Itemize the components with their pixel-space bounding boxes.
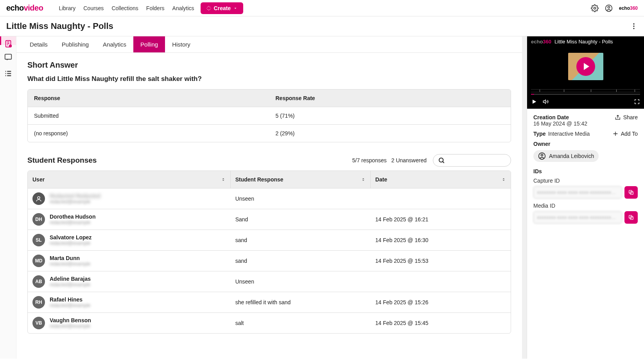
- owner-avatar-icon: [538, 152, 546, 160]
- svg-point-11: [38, 197, 40, 199]
- list-icon[interactable]: [4, 69, 13, 78]
- col-response[interactable]: Student Response: [231, 171, 371, 188]
- creation-value: 16 May 2024 @ 15:42: [533, 120, 587, 127]
- table-row: Redacted Redactedredacted@exampleUnseen: [28, 188, 511, 209]
- user-name: Vaughn Benson: [50, 317, 91, 323]
- user-name: Dorothea Hudson: [50, 214, 95, 220]
- fullscreen-icon[interactable]: [634, 99, 640, 105]
- user-cell: SLSalvatore Lopezredacted@example: [28, 230, 231, 250]
- date-cell: 14 Feb 2025 @ 16:30: [371, 230, 511, 250]
- progress-bar[interactable]: [531, 94, 640, 95]
- user-email: redacted@example: [50, 261, 90, 267]
- tab-polling[interactable]: Polling: [133, 36, 165, 52]
- discussion-icon[interactable]: [4, 53, 13, 61]
- media-id-field: xxxxxxxx-xxxx-xxxx-xxxx-xxxxxxxxx…: [533, 211, 638, 224]
- stats-responses: 5/7 responses: [352, 157, 387, 163]
- volume-icon[interactable]: [543, 99, 549, 105]
- user-name-redacted: Redacted Redacted: [50, 193, 100, 199]
- user-cell: ABAdeline Barajasredacted@example: [28, 271, 231, 292]
- share-button[interactable]: Share: [615, 114, 638, 120]
- user-email: redacted@example: [50, 220, 95, 225]
- more-menu-icon[interactable]: [630, 22, 638, 30]
- poll-question: What did Little Miss Naughty refill the …: [27, 75, 511, 83]
- play-button[interactable]: [576, 57, 595, 76]
- copy-capture-button[interactable]: [624, 186, 638, 199]
- user-info: Redacted Redactedredacted@example: [50, 193, 100, 205]
- user-info: Rafael Hinesredacted@example: [50, 296, 90, 308]
- logo[interactable]: echovideo: [6, 4, 43, 13]
- media-label: Media ID: [533, 203, 638, 209]
- play-control-icon[interactable]: [531, 99, 537, 105]
- sparkle-icon: [206, 5, 212, 11]
- tab-details[interactable]: Details: [23, 36, 55, 52]
- brand360[interactable]: echo360: [619, 5, 638, 11]
- main-layout: ! Details Publishing Analytics Polling H…: [0, 36, 644, 359]
- poll-icon: !: [4, 39, 13, 48]
- response-cell: sand: [231, 251, 371, 271]
- video-title: Little Miss Naughty - Polls: [554, 39, 613, 45]
- student-title: Student Responses: [27, 156, 97, 165]
- rail-poll-icon[interactable]: !: [0, 36, 16, 45]
- nav-library[interactable]: Library: [59, 5, 75, 11]
- copy-media-button[interactable]: [624, 211, 638, 224]
- type-label: Type: [533, 131, 546, 137]
- user-email: redacted@example: [50, 282, 91, 287]
- table-row: ABAdeline Barajasredacted@exampleUnseen: [28, 271, 511, 292]
- tabs: Details Publishing Analytics Polling His…: [16, 36, 522, 53]
- type-row: Type Interactive Media Add To: [533, 131, 638, 137]
- date-cell: [371, 188, 511, 209]
- nav-collections[interactable]: Collections: [111, 5, 138, 11]
- response-cell: salt: [231, 313, 371, 333]
- creation-label: Creation Date: [533, 114, 587, 120]
- user-icon[interactable]: [605, 4, 613, 12]
- user-info: Salvatore Lopezredacted@example: [50, 234, 91, 246]
- table-row: SLSalvatore Lopezredacted@examplesand14 …: [28, 230, 511, 250]
- svg-point-0: [594, 7, 596, 9]
- scrollbar[interactable]: [522, 36, 527, 359]
- date-cell: 14 Feb 2025 @ 15:45: [371, 313, 511, 333]
- search-input[interactable]: [433, 154, 511, 167]
- meta-section: Creation Date 16 May 2024 @ 15:42 Share …: [527, 109, 644, 233]
- tab-analytics[interactable]: Analytics: [96, 36, 133, 52]
- user-info: Adeline Barajasredacted@example: [50, 276, 91, 287]
- add-to-button[interactable]: Add To: [612, 131, 638, 137]
- nav-courses[interactable]: Courses: [83, 5, 104, 11]
- student-table: User Student Response Date Redacted Reda…: [27, 171, 511, 334]
- response-cell: sand: [231, 230, 371, 250]
- video-player: echo360 Little Miss Naughty - Polls: [527, 36, 644, 109]
- owner-name: Amanda Leibovich: [549, 153, 594, 159]
- response-row: Submitted 5 (71%): [28, 107, 511, 124]
- create-label: Create: [214, 5, 231, 11]
- poll-type-title: Short Answer: [27, 61, 511, 70]
- response-cell: she refilled it with sand: [231, 292, 371, 312]
- resp-rate: 5 (71%): [269, 107, 511, 124]
- video-timeline[interactable]: [531, 89, 640, 92]
- play-icon: [584, 63, 589, 70]
- col-user[interactable]: User: [28, 171, 231, 188]
- owner-label: Owner: [533, 141, 638, 147]
- tab-history[interactable]: History: [165, 36, 197, 52]
- avatar: DH: [32, 213, 45, 226]
- table-row: DHDorothea Hudsonredacted@exampleSand14 …: [28, 209, 511, 230]
- nav-folders[interactable]: Folders: [146, 5, 165, 11]
- media-id-value[interactable]: xxxxxxxx-xxxx-xxxx-xxxx-xxxxxxxxx…: [533, 211, 622, 224]
- col-date[interactable]: Date: [371, 171, 511, 188]
- resp-rate: 2 (29%): [269, 125, 511, 142]
- gear-icon[interactable]: [591, 4, 599, 12]
- user-cell: Redacted Redactedredacted@example: [28, 188, 231, 209]
- avatar: MD: [32, 255, 45, 267]
- owner-chip[interactable]: Amanda Leibovich: [533, 150, 599, 162]
- student-header: Student Responses 5/7 responses 2 Unansw…: [27, 154, 511, 167]
- nav-analytics[interactable]: Analytics: [172, 5, 194, 11]
- response-cell: Unseen: [231, 271, 371, 292]
- tab-publishing[interactable]: Publishing: [55, 36, 96, 52]
- svg-point-3: [633, 23, 634, 25]
- capture-id-value[interactable]: xxxxxxxx-xxxx-xxxx-xxxx-xxxxxxxxx…: [533, 186, 622, 199]
- video-controls: [527, 95, 644, 109]
- video-thumbnail[interactable]: [527, 47, 644, 86]
- copy-icon: [628, 214, 634, 221]
- top-right: echo360: [591, 4, 638, 12]
- svg-point-2: [608, 6, 610, 8]
- create-button[interactable]: Create: [201, 2, 244, 14]
- svg-point-13: [541, 154, 543, 156]
